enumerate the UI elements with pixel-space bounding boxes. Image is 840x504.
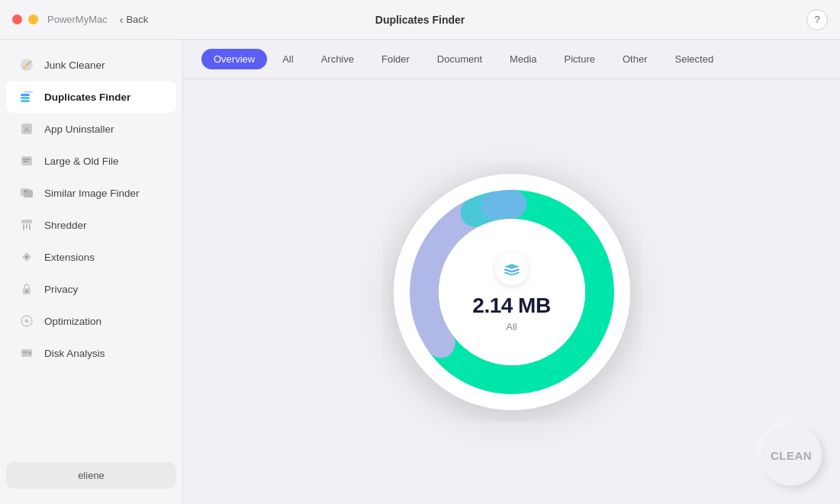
sidebar-item-shredder[interactable]: Shredder <box>6 209 176 241</box>
chart-size-value: 2.14 MB <box>472 293 550 317</box>
sidebar-item-junk-cleaner[interactable]: 🧹 Junk Cleaner <box>6 49 176 81</box>
content-area: Overview All Archive Folder Document Med… <box>183 40 840 504</box>
tab-overview[interactable]: Overview <box>201 49 267 69</box>
svg-text:🧹: 🧹 <box>22 60 32 70</box>
svg-rect-9 <box>23 159 31 160</box>
window-title: Duplicates Finder <box>375 14 465 26</box>
sidebar-item-extensions[interactable]: Extensions <box>6 241 176 273</box>
clean-button[interactable]: CLEAN <box>761 425 822 486</box>
svg-rect-2 <box>21 94 30 96</box>
app-name: PowerMyMac <box>47 14 108 25</box>
svg-rect-4 <box>21 100 30 102</box>
svg-point-21 <box>25 319 29 323</box>
sidebar-label-privacy: Privacy <box>44 284 78 295</box>
chart-area: 2.14 MB All CLEAN <box>183 79 840 504</box>
tab-picture[interactable]: Picture <box>552 49 607 69</box>
sidebar-label-extensions: Extensions <box>44 252 95 263</box>
svg-rect-29 <box>23 354 26 355</box>
sidebar-label-junk-cleaner: Junk Cleaner <box>44 59 105 71</box>
svg-point-27 <box>29 352 31 355</box>
disk-analysis-icon <box>18 345 35 361</box>
close-button[interactable] <box>12 14 22 24</box>
sidebar-item-optimization[interactable]: Optimization <box>6 305 176 337</box>
tab-selected[interactable]: Selected <box>663 49 726 69</box>
main-layout: 🧹 Junk Cleaner Duplicates Finder A <box>0 40 840 504</box>
app-uninstaller-icon: A <box>18 120 35 137</box>
back-label: Back <box>126 14 148 25</box>
svg-text:A: A <box>24 126 29 133</box>
user-profile[interactable]: eliene <box>6 462 176 489</box>
svg-rect-5 <box>24 91 33 93</box>
sidebar-item-disk-analysis[interactable]: Disk Analysis <box>6 337 176 369</box>
back-button[interactable]: ‹ Back <box>120 14 149 26</box>
tab-folder[interactable]: Folder <box>369 49 422 69</box>
svg-point-19 <box>26 291 28 293</box>
donut-chart: 2.14 MB All <box>382 162 642 422</box>
svg-rect-10 <box>23 161 28 162</box>
sidebar-label-large-old-file: Large & Old File <box>44 156 119 167</box>
sidebar-item-duplicates-finder[interactable]: Duplicates Finder <box>6 81 176 113</box>
back-arrow-icon: ‹ <box>120 14 124 26</box>
sidebar-item-similar-image-finder[interactable]: Similar Image Finder <box>6 177 176 209</box>
tab-all[interactable]: All <box>270 49 305 69</box>
donut-inner: 2.14 MB All <box>472 252 550 332</box>
large-old-file-icon <box>18 152 35 169</box>
sidebar-label-app-uninstaller: App Uninstaller <box>44 124 114 135</box>
svg-point-13 <box>24 191 27 193</box>
sidebar: 🧹 Junk Cleaner Duplicates Finder A <box>0 40 183 504</box>
privacy-icon <box>18 281 35 297</box>
minimize-button[interactable] <box>28 14 38 24</box>
similar-image-finder-icon <box>18 185 35 201</box>
sidebar-item-privacy[interactable]: Privacy <box>6 273 176 305</box>
shredder-icon <box>18 217 35 233</box>
svg-rect-16 <box>26 224 27 229</box>
sidebar-label-shredder: Shredder <box>44 220 87 231</box>
traffic-lights <box>12 14 38 24</box>
tab-media[interactable]: Media <box>497 49 549 69</box>
sidebar-label-similar-image-finder: Similar Image Finder <box>44 188 140 199</box>
tabs-bar: Overview All Archive Folder Document Med… <box>183 40 840 79</box>
chart-category-label: All <box>506 320 517 332</box>
tab-document[interactable]: Document <box>425 49 494 69</box>
tab-other[interactable]: Other <box>610 49 660 69</box>
junk-cleaner-icon: 🧹 <box>18 56 35 73</box>
sidebar-label-optimization: Optimization <box>44 316 101 327</box>
svg-rect-17 <box>29 224 31 230</box>
help-button[interactable]: ? <box>806 9 828 30</box>
svg-rect-14 <box>21 220 32 223</box>
sidebar-item-app-uninstaller[interactable]: A App Uninstaller <box>6 113 176 145</box>
donut-center-icon <box>494 252 528 285</box>
extensions-icon <box>18 249 35 265</box>
duplicates-finder-icon <box>18 88 35 105</box>
svg-rect-3 <box>21 97 30 99</box>
svg-rect-15 <box>23 224 24 230</box>
titlebar: PowerMyMac ‹ Back Duplicates Finder ? <box>0 0 840 40</box>
sidebar-label-disk-analysis: Disk Analysis <box>44 348 105 359</box>
sidebar-item-large-old-file[interactable]: Large & Old File <box>6 145 176 177</box>
optimization-icon <box>18 313 35 329</box>
svg-rect-28 <box>23 352 27 353</box>
sidebar-label-duplicates-finder: Duplicates Finder <box>44 91 130 103</box>
tab-archive[interactable]: Archive <box>309 49 366 69</box>
